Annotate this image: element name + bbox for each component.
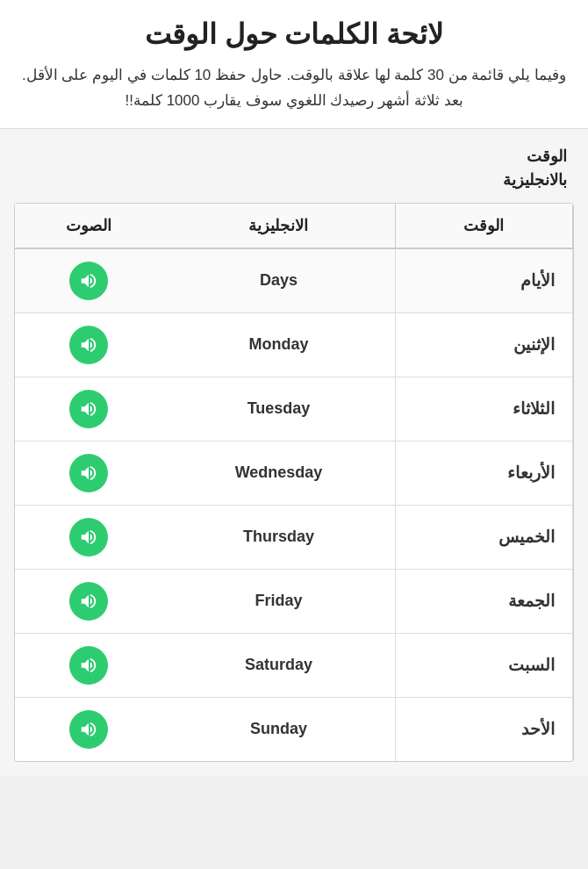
page-description: وفيما يلي قائمة من 30 كلمة لها علاقة بال… — [21, 63, 567, 114]
arabic-word: الأيام — [395, 248, 572, 313]
audio-button[interactable] — [69, 582, 108, 621]
table-row: الأيامDays — [15, 248, 573, 313]
english-word: Wednesday — [162, 441, 395, 505]
vocabulary-table: الوقت الانجليزية الصوت الأيامDays الإثني… — [15, 204, 573, 761]
table-row: الإثنينMonday — [15, 312, 573, 377]
audio-cell — [15, 377, 162, 441]
audio-button[interactable] — [69, 518, 108, 557]
audio-button[interactable] — [69, 646, 108, 685]
english-word: Monday — [162, 312, 395, 377]
header-english: الانجليزية — [162, 204, 395, 248]
table-header-row: الوقت الانجليزية الصوت — [15, 204, 573, 248]
page-header: لائحة الكلمات حول الوقت وفيما يلي قائمة … — [0, 0, 588, 129]
audio-cell — [15, 312, 162, 377]
audio-button[interactable] — [69, 262, 108, 300]
english-word: Days — [162, 248, 395, 313]
table-row: الجمعةFriday — [15, 569, 573, 633]
arabic-word: الخميس — [395, 505, 572, 569]
english-word: Tuesday — [162, 377, 395, 441]
audio-button[interactable] — [69, 454, 108, 492]
audio-cell — [15, 569, 162, 633]
page-title: لائحة الكلمات حول الوقت — [21, 18, 567, 51]
arabic-word: السبت — [395, 633, 572, 697]
english-word: Saturday — [162, 633, 395, 697]
arabic-word: الإثنين — [395, 312, 572, 377]
arabic-word: الثلاثاء — [395, 377, 572, 441]
arabic-word: الجمعة — [395, 569, 572, 633]
header-arabic: الوقت — [395, 204, 572, 248]
arabic-word: الأحد — [395, 697, 572, 761]
english-word: Friday — [162, 569, 395, 633]
english-word: Sunday — [162, 697, 395, 761]
arabic-word: الأربعاء — [395, 441, 572, 505]
vocabulary-table-container: الوقت الانجليزية الصوت الأيامDays الإثني… — [14, 203, 574, 762]
audio-button[interactable] — [69, 326, 108, 364]
audio-cell — [15, 441, 162, 505]
table-row: السبتSaturday — [15, 633, 573, 697]
english-word: Thursday — [162, 505, 395, 569]
audio-button[interactable] — [69, 390, 108, 428]
table-row: الأحدSunday — [15, 697, 573, 761]
audio-cell — [15, 505, 162, 569]
table-section: الوقت بالانجليزية الوقت الانجليزية الصوت… — [0, 129, 588, 776]
audio-cell — [15, 697, 162, 761]
table-row: الثلاثاءTuesday — [15, 377, 573, 441]
audio-cell — [15, 248, 162, 313]
table-row: الخميسThursday — [15, 505, 573, 569]
audio-cell — [15, 633, 162, 697]
section-label: الوقت بالانجليزية — [14, 138, 574, 196]
audio-button[interactable] — [69, 710, 108, 749]
header-audio: الصوت — [15, 204, 162, 248]
table-row: الأربعاءWednesday — [15, 441, 573, 505]
